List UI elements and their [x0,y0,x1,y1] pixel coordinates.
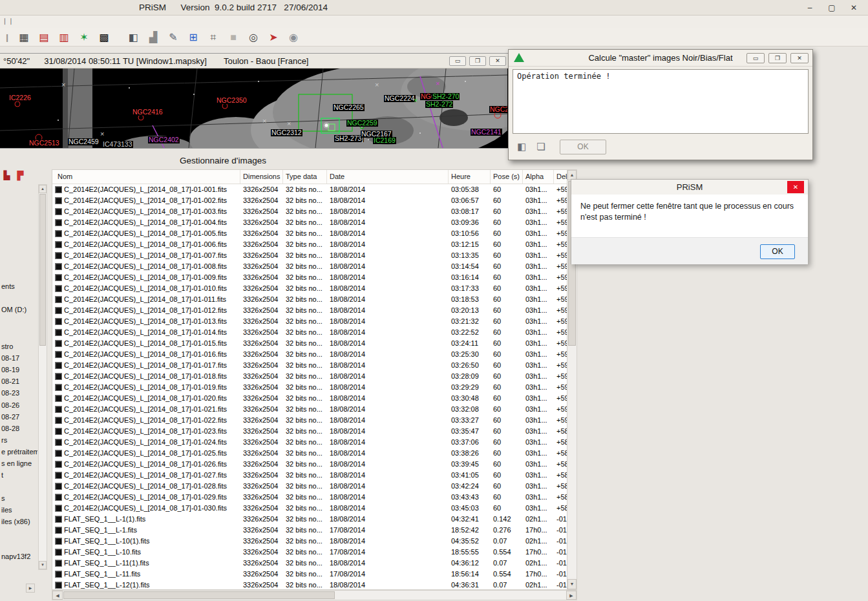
table-row[interactable]: C_2014E2(JACQUES)_L_[2014_08_17]-01-005.… [52,228,567,239]
tree-scroll-down-button[interactable]: ▼ [39,561,47,569]
table-row[interactable]: C_2014E2(JACQUES)_L_[2014_08_17]-01-011.… [52,294,567,305]
minimize-button[interactable]: – [805,3,815,12]
column-header-pose-s-[interactable]: Pose (s) [491,170,523,184]
tree-item[interactable]: s [1,494,5,502]
calc-close-button[interactable]: ✕ [790,53,809,63]
maximize-button[interactable]: ▢ [827,3,837,12]
table-row[interactable]: C_2014E2(JACQUES)_L_[2014_08_17]-01-021.… [52,404,567,415]
save-result-icon[interactable]: ◧ [515,140,528,153]
tree-item[interactable]: rs [1,436,7,444]
table-row[interactable]: C_2014E2(JACQUES)_L_[2014_08_17]-01-020.… [52,393,567,404]
table-scroll-down-button[interactable]: ▼ [567,579,577,589]
table-row[interactable]: FLAT_SEQ_1__L-12(1).fits3326x250432 bits… [52,580,567,590]
tree-item[interactable]: ents [1,282,15,290]
table-row[interactable]: C_2014E2(JACQUES)_L_[2014_08_17]-01-025.… [52,448,567,459]
sky-map-canvas[interactable]: IC2226NGC2513NGC2459IC473133NGC2416NGC24… [0,69,507,148]
table-row[interactable]: FLAT_SEQ_1__L-10.fits3326x250432 bits no… [52,547,567,558]
grid-icon[interactable]: ⌗ [206,30,221,45]
table-row[interactable]: C_2014E2(JACQUES)_L_[2014_08_17]-01-013.… [52,316,567,327]
tree-item[interactable]: iles [1,506,12,514]
table-row[interactable]: C_2014E2(JACQUES)_L_[2014_08_17]-01-017.… [52,360,567,371]
table-row[interactable]: C_2014E2(JACQUES)_L_[2014_08_17]-01-006.… [52,239,567,250]
tree-item[interactable]: 08-26 [1,401,19,409]
column-header-type-data[interactable]: Type data [283,170,327,184]
tree-item[interactable]: OM (D:) [1,306,26,313]
calc-minimize-button[interactable]: ▭ [746,53,765,63]
table-scroll-right-button[interactable]: ▶ [566,591,577,600]
tree-item[interactable]: 08-28 [1,425,19,432]
table-row[interactable]: C_2014E2(JACQUES)_L_[2014_08_17]-01-016.… [52,349,567,360]
tree-item[interactable]: s en ligne [1,459,32,467]
tree-item[interactable]: 08-19 [1,366,19,374]
map-close-button[interactable]: ✕ [489,56,506,66]
red-levels-doc-icon[interactable]: ▥ [56,30,72,45]
column-header-alpha[interactable]: Alpha [523,170,554,184]
column-header-nom[interactable]: Nom [52,170,240,184]
table-row[interactable]: FLAT_SEQ_1__L-10(1).fits3326x250432 bits… [52,536,567,547]
table-row[interactable]: C_2014E2(JACQUES)_L_[2014_08_17]-01-022.… [52,415,567,426]
map-restore-button[interactable]: ❐ [469,56,486,66]
table-row[interactable]: C_2014E2(JACQUES)_L_[2014_08_17]-01-026.… [52,459,567,470]
tree-item[interactable]: napv13f2 [1,553,30,560]
table-row[interactable]: C_2014E2(JACQUES)_L_[2014_08_17]-01-004.… [52,217,567,228]
table-hscroll-thumb[interactable] [63,591,335,599]
tree-item[interactable]: e prétraiteme [1,448,37,456]
save-icon[interactable]: ◧ [125,30,141,45]
red-histogram-icon[interactable]: ▙ [1,170,12,180]
tree-item[interactable]: 08-21 [1,377,19,385]
table-row[interactable]: C_2014E2(JACQUES)_L_[2014_08_17]-01-012.… [52,305,567,316]
tree-item[interactable]: 08-17 [1,354,19,362]
map-minimize-button[interactable]: ▭ [449,56,466,66]
table-row[interactable]: C_2014E2(JACQUES)_L_[2014_08_17]-01-028.… [52,481,567,492]
color-pixels-icon[interactable]: ▩ [96,30,112,45]
column-header-dimensions[interactable]: Dimensions [240,170,283,184]
toolbar-grip-icon[interactable]: ❙ [4,33,10,42]
chart-columns-icon[interactable]: ▟ [145,30,161,45]
copy-clipboard-icon[interactable]: ❏ [535,140,547,153]
table-scroll-left-button[interactable]: ◀ [52,591,63,600]
table-row[interactable]: C_2014E2(JACQUES)_L_[2014_08_17]-01-003.… [52,206,567,217]
table-row[interactable]: FLAT_SEQ_1__L-11.fits3326x250432 bits no… [52,569,567,580]
calc-restore-button[interactable]: ❐ [768,53,787,63]
sphere-icon[interactable]: ◉ [286,30,301,45]
tree-item[interactable]: iles (x86) [1,518,30,525]
prism-ok-button[interactable]: OK [760,244,795,259]
table-row[interactable]: C_2014E2(JACQUES)_L_[2014_08_17]-01-029.… [52,492,567,503]
table-row[interactable]: C_2014E2(JACQUES)_L_[2014_08_17]-01-024.… [52,437,567,448]
table-row[interactable]: C_2014E2(JACQUES)_L_[2014_08_17]-01-009.… [52,272,567,283]
table-row[interactable]: FLAT_SEQ_1__L-1.fits3326x250432 bits no.… [52,525,567,536]
table-row[interactable]: C_2014E2(JACQUES)_L_[2014_08_17]-01-027.… [52,470,567,481]
table-row[interactable]: C_2014E2(JACQUES)_L_[2014_08_17]-01-014.… [52,327,567,338]
table-row[interactable]: C_2014E2(JACQUES)_L_[2014_08_17]-01-018.… [52,371,567,382]
table-row[interactable]: C_2014E2(JACQUES)_L_[2014_08_17]-01-010.… [52,283,567,294]
calc-ok-button[interactable]: OK [560,140,606,154]
table-row[interactable]: C_2014E2(JACQUES)_L_[2014_08_17]-01-015.… [52,338,567,349]
table-row[interactable]: C_2014E2(JACQUES)_L_[2014_08_17]-01-002.… [52,195,567,206]
tree-scroll-up-button[interactable]: ▲ [39,185,47,193]
feather-pen-icon[interactable]: ✎ [165,30,181,45]
red-histogram-doc-icon[interactable]: ▤ [36,30,52,45]
tree-scroll-thumb[interactable] [39,194,46,346]
tree-vscrollbar[interactable]: ▲ ▼ [38,184,47,570]
red-stretch-icon[interactable]: ▛ [15,170,26,180]
magic-wand-icon[interactable]: ✶ [76,30,92,45]
column-header-heure[interactable]: Heure [449,170,491,184]
table-row[interactable]: C_2014E2(JACQUES)_L_[2014_08_17]-01-019.… [52,382,567,393]
table-row[interactable]: FLAT_SEQ_1__L-1(1).fits3326x250432 bits … [52,514,567,525]
table-row[interactable]: C_2014E2(JACQUES)_L_[2014_08_17]-01-001.… [52,184,567,195]
table-row[interactable]: C_2014E2(JACQUES)_L_[2014_08_17]-01-008.… [52,261,567,272]
table-row[interactable]: C_2014E2(JACQUES)_L_[2014_08_17]-01-030.… [52,503,567,514]
table-row[interactable]: C_2014E2(JACQUES)_L_[2014_08_17]-01-023.… [52,426,567,437]
table-row[interactable]: C_2014E2(JACQUES)_L_[2014_08_17]-01-007.… [52,250,567,261]
columns-table-icon[interactable]: ▦ [16,30,32,45]
column-header-date[interactable]: Date [327,170,449,184]
blue-grid-icon[interactable]: ⊞ [185,30,201,45]
tree-item[interactable]: 08-23 [1,389,19,397]
tree-scroll-right-button[interactable]: ▶ [26,584,35,593]
table-row[interactable]: FLAT_SEQ_1__L-11(1).fits3326x250432 bits… [52,558,567,569]
tree-item[interactable]: t [1,471,3,479]
gray-square-icon[interactable]: ■ [226,30,241,45]
tree-item[interactable]: stro [1,343,13,350]
table-hscrollbar[interactable]: ◀ ▶ [52,590,577,600]
close-button[interactable]: ✕ [849,3,859,12]
